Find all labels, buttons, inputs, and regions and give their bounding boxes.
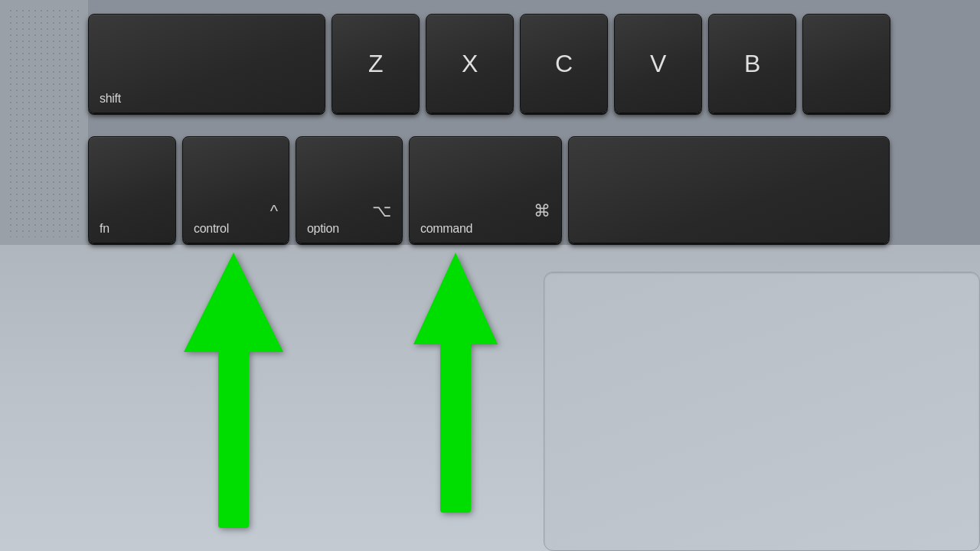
option-key-label: option — [307, 223, 391, 235]
arrow-option-container — [413, 253, 498, 516]
trackpad — [544, 272, 980, 551]
fn-key[interactable]: fn — [88, 136, 176, 243]
svg-rect-0 — [218, 344, 249, 528]
option-key[interactable]: ⌥ option — [296, 136, 403, 243]
n-key[interactable] — [802, 14, 890, 113]
b-key[interactable]: B — [708, 14, 796, 113]
command-key-symbol: ⌘ — [420, 203, 550, 220]
b-key-label: B — [744, 51, 760, 76]
shift-key[interactable]: shift — [88, 14, 325, 113]
x-key-label: X — [462, 51, 478, 76]
v-key-label: V — [650, 51, 666, 76]
fn-key-label: fn — [100, 223, 165, 235]
key-row-1: shift Z X C V B — [88, 14, 890, 113]
z-key[interactable]: Z — [332, 14, 420, 113]
command-key-label: command — [420, 223, 550, 235]
control-key-symbol: ^ — [194, 203, 278, 220]
option-key-symbol: ⌥ — [307, 203, 391, 220]
key-row-2: fn ^ control ⌥ option ⌘ command — [88, 136, 890, 243]
svg-marker-3 — [413, 253, 498, 344]
v-key[interactable]: V — [614, 14, 702, 113]
shift-key-label: shift — [100, 93, 314, 105]
arrow-control-container — [184, 253, 283, 531]
c-key-label: C — [555, 51, 573, 76]
c-key[interactable]: C — [520, 14, 608, 113]
arrow-control-icon — [184, 253, 283, 528]
keys-container: shift Z X C V B — [88, 6, 980, 251]
control-key[interactable]: ^ control — [182, 136, 289, 243]
spacebar-key[interactable] — [568, 136, 890, 243]
arrow-option-icon — [413, 253, 498, 513]
control-key-label: control — [194, 223, 278, 235]
x-key[interactable]: X — [426, 14, 514, 113]
z-key-label: Z — [368, 51, 383, 76]
scene: shift Z X C V B — [0, 0, 980, 551]
svg-marker-1 — [184, 253, 283, 352]
command-key[interactable]: ⌘ command — [409, 136, 562, 243]
speaker-grille — [0, 0, 88, 245]
svg-rect-2 — [440, 337, 471, 513]
